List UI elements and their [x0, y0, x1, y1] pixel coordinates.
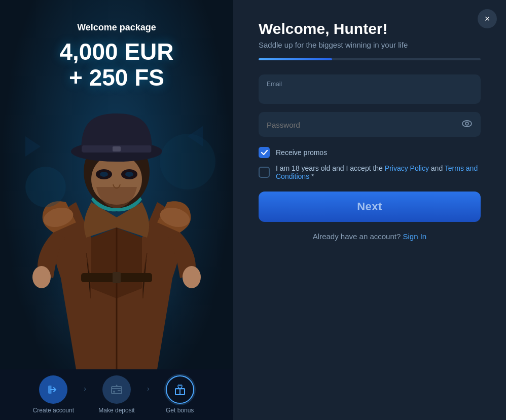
bonus-line1: 4,000 EUR: [59, 39, 173, 65]
step-create-account-icon-wrap: [39, 375, 67, 404]
svg-point-14: [125, 172, 133, 177]
svg-rect-10: [113, 146, 121, 151]
svg-point-3: [32, 266, 51, 288]
svg-point-13: [100, 172, 108, 177]
email-input[interactable]: [267, 90, 473, 98]
right-panel: × Welcome, Hunter! Saddle up for the big…: [233, 0, 506, 420]
login-icon: [47, 383, 60, 396]
step-get-bonus-label: Get bonus: [166, 407, 194, 414]
sign-in-link[interactable]: Sign In: [403, 232, 426, 241]
step-make-deposit-label: Make deposit: [98, 407, 134, 414]
signin-row: Already have an account? Sign In: [259, 232, 481, 241]
welcome-package-label: Welcome package: [77, 22, 156, 33]
email-label: Email: [267, 81, 473, 88]
checkmark-icon: [261, 150, 268, 155]
hunter-svg: [15, 86, 218, 369]
bonus-text: 4,000 EUR + 250 FS: [59, 39, 173, 90]
bonus-line2: + 250 FS: [59, 65, 173, 91]
close-icon: ×: [485, 14, 490, 24]
svg-point-21: [113, 391, 115, 393]
password-field-wrap: [259, 112, 481, 137]
progress-bar: [259, 58, 481, 60]
age-mid: and: [429, 164, 445, 172]
privacy-policy-link[interactable]: Privacy Policy: [385, 164, 429, 172]
step-get-bonus[interactable]: Get bonus: [150, 375, 210, 414]
age-terms-row: I am 18 years old and I accept the Priva…: [259, 164, 481, 180]
svg-rect-16: [113, 272, 121, 283]
svg-point-17: [25, 167, 66, 207]
left-panel: Welcome package 4,000 EUR + 250 FS: [0, 0, 233, 420]
step-create-account-label: Create account: [33, 407, 74, 414]
right-title: Welcome, Hunter!: [259, 20, 481, 37]
already-account-text: Already have an account?: [313, 232, 401, 241]
receive-promos-label: Receive promos: [276, 148, 327, 157]
age-prefix: I am 18 years old and I accept the: [276, 164, 385, 172]
step-make-deposit-icon-wrap: [102, 375, 131, 404]
email-field-wrap: Email: [259, 74, 481, 104]
receive-promos-row: Receive promos: [259, 147, 481, 158]
next-button[interactable]: Next: [259, 192, 481, 222]
svg-point-18: [160, 134, 215, 189]
email-field-group: Email: [259, 74, 481, 104]
step-make-deposit[interactable]: Make deposit: [86, 375, 147, 414]
modal: Welcome package 4,000 EUR + 250 FS: [0, 0, 506, 420]
age-terms-label: I am 18 years old and I accept the Priva…: [276, 164, 481, 180]
svg-point-4: [183, 266, 201, 288]
receive-promos-checkbox[interactable]: [259, 147, 270, 158]
svg-point-24: [465, 122, 468, 125]
gift-icon: [173, 383, 187, 396]
deposit-icon: [110, 383, 123, 396]
show-password-icon[interactable]: [461, 118, 473, 132]
hunter-illustration: [0, 70, 233, 369]
close-button[interactable]: ×: [478, 9, 497, 28]
password-input[interactable]: [267, 121, 461, 129]
step-get-bonus-icon-wrap: [166, 375, 194, 404]
age-terms-checkbox[interactable]: [259, 167, 270, 178]
progress-bar-fill: [259, 58, 332, 60]
svg-point-23: [462, 121, 472, 127]
steps-bar: Create account › Make deposit ›: [0, 369, 233, 420]
step-create-account[interactable]: Create account: [23, 375, 84, 414]
age-suffix: *: [309, 172, 314, 180]
right-subtitle: Saddle up for the biggest winning in you…: [259, 41, 481, 49]
